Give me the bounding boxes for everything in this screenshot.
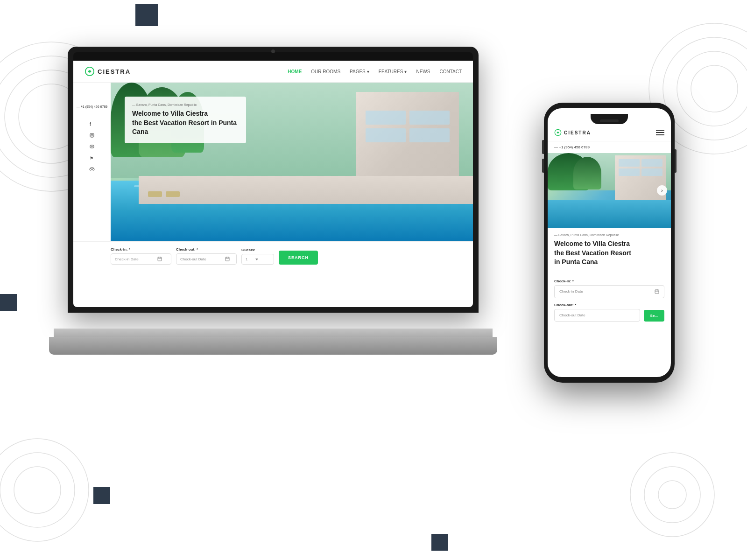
tripadvisor-icon [89,166,95,172]
nav-link-contact[interactable]: CONTACT [439,69,462,74]
hero-chairs [148,191,180,197]
checkin-field: Check-in: * Check-in Date [111,247,171,265]
phone-window-1 [619,159,640,167]
checkin-label: Check-in: * [111,247,171,252]
phone-search-button[interactable]: Se... [644,310,664,322]
svg-marker-31 [255,259,258,260]
phone-window-2 [641,159,662,167]
svg-point-8 [0,439,89,541]
laptop-mockup: CIESTRA HOME OUR ROOMS PAGES ▾ FEATURES … [68,47,479,355]
svg-point-10 [14,467,61,513]
search-button[interactable]: SEARCH [279,251,318,265]
hero-location: — Bavaro, Punta Cana, Dominican Republic [132,103,239,106]
phone-checkout-field: Check-out: * Check-out Date [554,303,640,322]
window-4 [409,128,450,142]
checkout-input[interactable]: Check-out Date [176,253,237,265]
phone-hero-image: › [548,153,671,228]
phone-content: CIESTRA — +1 (954) 456 6789 [548,124,671,377]
square-decorator-3 [0,294,17,311]
checkout-field: Check-out: * Check-out Date [176,247,237,265]
svg-point-5 [663,37,747,140]
hero-title: Welcome to Villa Ciestra the Best Vacati… [132,109,239,137]
phone-body: CIESTRA — +1 (954) 456 6789 [544,103,675,383]
phone-building-windows [615,155,666,180]
svg-marker-19 [92,146,93,147]
hero-image-area: — Bavaro, Punta Cana, Dominican Republic… [111,83,473,241]
svg-rect-33 [655,290,659,294]
nav-link-home[interactable]: HOME [288,69,302,74]
laptop-booking-bar: Check-in: * Check-in Date Check-out: * C… [73,241,473,270]
phone-checkin-label: Check-in: * [554,279,664,283]
youtube-icon [89,143,95,150]
phone-pool [548,200,671,228]
features-arrow-icon: ▾ [404,69,407,74]
calendar-icon-checkin [157,257,162,261]
nav-link-pages[interactable]: PAGES ▾ [350,69,369,74]
foursquare-icon: ⚑ [89,154,95,161]
chair-2 [166,191,180,197]
phone-location: — Bavaro, Punta Cana, Dominican Republic [554,233,664,237]
laptop-stand-base [49,337,497,355]
square-decorator-1 [135,4,158,26]
chevron-down-icon [255,258,259,261]
phone-volume-up [542,140,544,154]
phone-speaker [600,119,619,122]
phone-notch [591,114,628,124]
phone-hero-arrow-right[interactable]: › [657,185,667,196]
svg-point-11 [630,453,714,537]
phone-mockup: CIESTRA — +1 (954) 456 6789 [544,103,675,383]
phone-logo-icon [554,129,562,136]
deco-circles-bottom-left [0,434,93,546]
calendar-icon-checkout [225,257,230,261]
checkin-input[interactable]: Check-in Date [111,253,171,265]
window-3 [366,128,406,142]
svg-point-22 [92,168,94,170]
phone-logo: CIESTRA [554,129,591,136]
deco-circles-bottom-right [626,448,719,541]
svg-rect-23 [158,257,162,261]
phone-checkout-input[interactable]: Check-out Date [554,309,640,322]
instagram-icon [89,132,95,139]
nav-link-features[interactable]: FEATURES ▾ [379,69,407,74]
phone-tree-2 [573,157,601,189]
svg-point-12 [644,467,700,523]
square-decorator-5 [431,534,448,551]
phone-checkin-input[interactable]: Check-in Date [554,285,664,298]
guests-label: Guests: [241,248,274,252]
laptop-camera [271,49,275,53]
guests-input[interactable]: 1 [241,254,274,265]
facebook-icon: f [89,121,95,127]
hamburger-line-2 [656,132,664,133]
laptop-logo-text: CIESTRA [98,68,131,75]
site-logo: CIESTRA [85,66,131,77]
svg-rect-16 [90,133,94,137]
nav-link-rooms[interactable]: OUR ROOMS [311,69,340,74]
social-icons: f ⚑ [89,121,95,172]
phone-nav: CIESTRA [548,124,671,141]
window-1 [366,111,406,125]
svg-text:⚑: ⚑ [90,156,93,160]
hamburger-menu[interactable] [656,130,664,135]
window-2 [409,111,450,125]
square-decorator-4 [93,487,110,504]
site-nav: CIESTRA HOME OUR ROOMS PAGES ▾ FEATURES … [73,61,473,83]
laptop-screen-content: CIESTRA HOME OUR ROOMS PAGES ▾ FEATURES … [73,61,473,307]
laptop-hero: — +1 (954) 456 6789 f [73,83,473,241]
hero-overlay-card: — Bavaro, Punta Cana, Dominican Republic… [125,97,246,143]
phone-window-4 [641,168,662,176]
svg-point-6 [677,51,747,126]
phone-content-area: — Bavaro, Punta Cana, Dominican Republic… [548,228,671,279]
svg-point-21 [90,168,92,170]
phone-phone-bar: — +1 (954) 456 6789 [548,141,671,153]
svg-point-7 [691,65,738,112]
ciestra-logo-icon [85,66,95,77]
phone-calendar-icon [655,289,659,294]
hero-left-sidebar: — +1 (954) 456 6789 f [73,83,111,241]
phone-front-camera [621,119,624,122]
pages-arrow-icon: ▾ [367,69,369,74]
phone-volume-down [542,159,544,173]
svg-point-9 [0,453,75,527]
phone-hero-title: Welcome to Villa Ciestra the Best Vacati… [554,239,664,267]
checkout-label: Check-out: * [176,247,237,252]
nav-link-news[interactable]: NEWS [416,69,430,74]
